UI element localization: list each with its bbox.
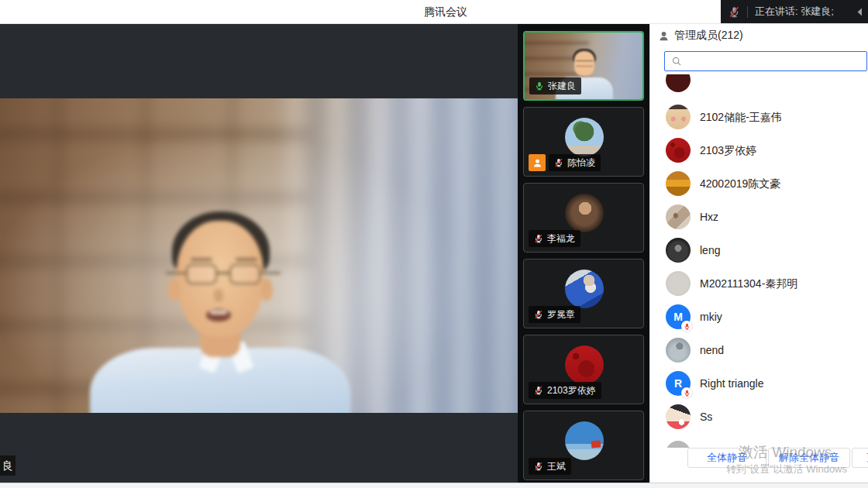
decor-shape — [536, 462, 542, 470]
video-tile-3[interactable]: 李福龙 — [523, 183, 644, 253]
video-tile-2[interactable]: 陈怡凌 — [523, 107, 644, 177]
member-row[interactable]: M202111304-秦邦明 — [650, 267, 868, 301]
member-panel-title: 管理成员(212) — [674, 29, 743, 43]
member-name: 42002019陈文豪 — [700, 167, 780, 201]
video-frame — [0, 98, 518, 413]
member-name: nend — [700, 334, 724, 367]
collapse-panel-chevron-left-icon[interactable] — [854, 6, 866, 18]
unmute-all-button[interactable]: 解除全体静音 — [768, 448, 850, 468]
member-avatar — [666, 105, 691, 129]
tile-participant-name: 王斌 — [547, 460, 566, 473]
member-list: 2102储能-王嘉伟2103罗依婷42002019陈文豪HxzlengM2021… — [650, 74, 868, 448]
member-name: leng — [700, 234, 720, 267]
tile-name-label: 李福龙 — [529, 230, 580, 247]
decor-shape — [536, 311, 542, 318]
mic-muted-icon — [728, 6, 740, 18]
speaker-teeth — [210, 311, 227, 314]
member-row[interactable]: Ss — [650, 400, 868, 434]
member-avatar — [666, 271, 691, 296]
speaker-figure — [0, 98, 518, 413]
video-thumbnail-strip: 张建良陈怡凌李福龙罗冕章2103罗依婷王斌 — [518, 23, 649, 483]
glasses-bridge — [215, 272, 231, 274]
avatar-letter: R — [674, 377, 682, 390]
member-name: M202111304-秦邦明 — [700, 267, 797, 301]
member-mic-badge — [681, 387, 692, 398]
member-row[interactable]: 42002019陈文豪 — [650, 167, 868, 201]
glasses-lens-right — [229, 264, 260, 284]
tile-participant-name: 罗冕章 — [547, 308, 575, 321]
tile-participant-name: 陈怡凌 — [567, 156, 595, 170]
tile-participant-name: 张建良 — [548, 80, 576, 93]
video-tile-5[interactable]: 2103罗依婷 — [523, 335, 644, 404]
decor-shape — [685, 323, 689, 328]
decor-shape — [660, 32, 667, 40]
speaker-brow-left — [191, 258, 212, 261]
member-panel: 管理成员(212) 2102储能-王嘉伟2103罗依婷42002019陈文豪Hx… — [649, 23, 868, 483]
decor-shape — [537, 82, 542, 90]
speaking-status-text: 正在讲话: 张建良; — [755, 5, 834, 19]
title-bar: 腾讯会议 正在讲话: 张建良; — [0, 0, 868, 24]
meeting-window: 腾讯会议 正在讲话: 张建良; — [0, 0, 868, 488]
search-input[interactable] — [665, 52, 866, 70]
mic-on-icon — [535, 81, 544, 91]
member-mic-badge — [681, 321, 692, 332]
member-row[interactable]: leng — [650, 234, 868, 267]
member-name: Hxz — [700, 201, 718, 234]
member-avatar — [666, 204, 691, 229]
mic-muted-icon — [534, 386, 543, 395]
speaker-name-label-clipped: 良 — [0, 455, 16, 476]
tile-avatar — [565, 345, 604, 384]
video-tile-1[interactable]: 张建良 — [523, 31, 644, 101]
mic-muted-icon — [534, 234, 543, 243]
person-icon — [532, 158, 542, 168]
member-name: mkiy — [700, 301, 722, 334]
member-name: 2102储能-王嘉伟 — [700, 101, 782, 134]
member-avatar — [666, 404, 691, 429]
mic-muted-icon — [554, 158, 563, 167]
mic-muted-icon — [534, 462, 543, 471]
member-panel-header: 管理成员(212) — [650, 23, 868, 48]
member-avatar — [666, 238, 691, 263]
tile-name-label: 张建良 — [529, 77, 581, 95]
member-avatar — [666, 171, 691, 196]
decor-shape — [534, 159, 541, 167]
glasses-arm-left — [166, 272, 188, 274]
member-row[interactable]: Mmkiy — [650, 301, 868, 334]
member-avatar — [666, 138, 691, 163]
tile-name-label: 2103罗依婷 — [529, 382, 601, 399]
decor-shape — [536, 387, 542, 394]
decor-shape — [731, 7, 738, 16]
avatar-letter: M — [673, 311, 683, 323]
speaker-brow-right — [236, 258, 257, 261]
red-flag-overlay — [591, 440, 601, 448]
decor-shape — [536, 235, 542, 242]
member-name: Right triangle — [700, 367, 764, 400]
mic-icon — [684, 323, 691, 330]
tile-avatar — [565, 421, 604, 460]
tile-avatar — [565, 118, 604, 156]
member-row[interactable]: Hxz — [650, 201, 868, 234]
member-row[interactable]: 2103罗依婷 — [650, 134, 868, 167]
tile-name-label: 罗冕章 — [529, 306, 580, 323]
member-search-box — [664, 51, 867, 71]
video-tile-6[interactable]: 王斌 — [523, 411, 644, 480]
video-tile-4[interactable]: 罗冕章 — [523, 259, 644, 328]
tile-participant-name: 李福龙 — [547, 232, 575, 246]
divider — [747, 6, 748, 18]
member-row[interactable]: nend — [650, 334, 868, 367]
host-role-badge — [529, 154, 546, 171]
glasses-arm-right — [259, 272, 281, 274]
person-icon — [658, 30, 670, 42]
app-title: 腾讯会议 — [424, 0, 467, 23]
member-name: 2103罗依婷 — [700, 134, 756, 167]
main-speaker-video[interactable]: 良 — [0, 23, 518, 483]
more-button[interactable]: 更多 — [852, 448, 868, 468]
member-row[interactable]: 2102储能-王嘉伟 — [650, 101, 868, 134]
partial-avatar-top — [666, 74, 691, 92]
tile-participant-name: 2103罗依婷 — [547, 384, 596, 397]
tile-name-label: 陈怡凌 — [549, 154, 601, 171]
mute-all-button[interactable]: 全体静音 — [687, 448, 766, 468]
speaker-ear-right — [260, 278, 273, 301]
speaking-status-box: 正在讲话: 张建良; — [721, 0, 868, 23]
member-row[interactable]: RRight triangle — [650, 367, 868, 400]
